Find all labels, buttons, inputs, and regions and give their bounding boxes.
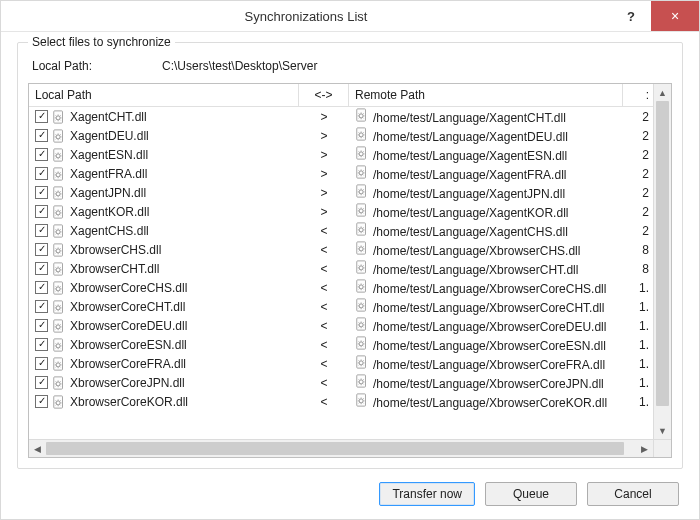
direction-indicator: < — [299, 319, 349, 333]
svg-rect-50 — [357, 337, 366, 349]
row-checkbox[interactable] — [35, 129, 48, 142]
column-headers: Local Path <-> Remote Path : — [29, 84, 653, 107]
row-checkbox[interactable] — [35, 224, 48, 237]
remote-path: /home/test/Language/XagentESN.dll — [373, 149, 567, 163]
cell-local: XagentJPN.dll — [29, 186, 299, 200]
cell-extra: 2 — [623, 129, 653, 143]
help-button[interactable]: ? — [611, 1, 651, 31]
table-row[interactable]: XagentESN.dll>/home/test/Language/Xagent… — [29, 145, 653, 164]
scroll-left-icon[interactable]: ◀ — [29, 440, 46, 457]
row-checkbox[interactable] — [35, 395, 48, 408]
row-checkbox[interactable] — [35, 167, 48, 180]
table-row[interactable]: XbrowserCHS.dll</home/test/Language/Xbro… — [29, 240, 653, 259]
row-checkbox[interactable] — [35, 281, 48, 294]
vscroll-track[interactable] — [654, 101, 671, 422]
table-row[interactable]: XbrowserCoreDEU.dll</home/test/Language/… — [29, 316, 653, 335]
svg-rect-22 — [357, 204, 366, 216]
dll-file-icon — [52, 281, 66, 295]
vscroll-thumb[interactable] — [656, 101, 669, 406]
table-row[interactable]: XagentFRA.dll>/home/test/Language/Xagent… — [29, 164, 653, 183]
table-row[interactable]: XbrowserCHT.dll</home/test/Language/Xbro… — [29, 259, 653, 278]
remote-path: /home/test/Language/XbrowserCoreFRA.dll — [373, 358, 605, 372]
table-row[interactable]: XbrowserCoreKOR.dll</home/test/Language/… — [29, 392, 653, 411]
row-checkbox[interactable] — [35, 110, 48, 123]
vertical-scrollbar[interactable]: ▲ ▼ — [653, 84, 671, 439]
table-row[interactable]: XbrowserCoreFRA.dll</home/test/Language/… — [29, 354, 653, 373]
table-row[interactable]: XagentJPN.dll>/home/test/Language/Xagent… — [29, 183, 653, 202]
svg-rect-34 — [357, 261, 366, 273]
cancel-button[interactable]: Cancel — [587, 482, 679, 506]
dll-file-icon — [355, 374, 369, 388]
row-checkbox[interactable] — [35, 186, 48, 199]
remote-path: /home/test/Language/XbrowserCHT.dll — [373, 263, 578, 277]
hscroll-track[interactable] — [46, 440, 636, 457]
svg-rect-56 — [54, 376, 63, 388]
remote-path: /home/test/Language/XagentCHT.dll — [373, 111, 566, 125]
table-row[interactable]: XagentKOR.dll>/home/test/Language/Xagent… — [29, 202, 653, 221]
row-checkbox[interactable] — [35, 357, 48, 370]
table-row[interactable]: XbrowserCoreESN.dll</home/test/Language/… — [29, 335, 653, 354]
remote-path: /home/test/Language/XbrowserCoreJPN.dll — [373, 377, 604, 391]
svg-rect-52 — [54, 357, 63, 369]
dll-file-icon — [355, 298, 369, 312]
row-checkbox[interactable] — [35, 300, 48, 313]
cell-local: XbrowserCoreFRA.dll — [29, 357, 299, 371]
dll-file-icon — [355, 165, 369, 179]
scroll-right-icon[interactable]: ▶ — [636, 440, 653, 457]
direction-indicator: < — [299, 224, 349, 238]
svg-rect-0 — [54, 110, 63, 122]
table-row[interactable]: XbrowserCoreCHT.dll</home/test/Language/… — [29, 297, 653, 316]
direction-indicator: < — [299, 357, 349, 371]
row-checkbox[interactable] — [35, 338, 48, 351]
table-row[interactable]: XagentCHS.dll</home/test/Language/Xagent… — [29, 221, 653, 240]
dll-file-icon — [52, 319, 66, 333]
row-checkbox[interactable] — [35, 319, 48, 332]
hscroll-thumb[interactable] — [46, 442, 624, 455]
row-checkbox[interactable] — [35, 262, 48, 275]
cell-extra: 1. — [623, 395, 653, 409]
cell-local: XbrowserCHT.dll — [29, 262, 299, 276]
direction-indicator: < — [299, 281, 349, 295]
dll-file-icon — [52, 300, 66, 314]
dll-file-icon — [355, 279, 369, 293]
local-filename: XagentCHT.dll — [70, 110, 147, 124]
table-row[interactable]: XagentCHT.dll>/home/test/Language/Xagent… — [29, 107, 653, 126]
column-extra[interactable]: : — [623, 84, 653, 106]
column-direction[interactable]: <-> — [299, 84, 349, 106]
cell-local: XagentCHS.dll — [29, 224, 299, 238]
column-remote-path[interactable]: Remote Path — [349, 84, 623, 106]
groupbox-label: Select files to synchronize — [28, 35, 175, 49]
direction-indicator: < — [299, 338, 349, 352]
list-body: Local Path <-> Remote Path : XagentCHT.d… — [29, 84, 671, 439]
svg-rect-10 — [357, 147, 366, 159]
dll-file-icon — [355, 336, 369, 350]
close-button[interactable]: × — [651, 1, 699, 31]
dll-file-icon — [52, 376, 66, 390]
row-checkbox[interactable] — [35, 243, 48, 256]
horizontal-scrollbar[interactable]: ◀ ▶ — [29, 439, 671, 457]
scrollbar-corner — [653, 440, 671, 457]
svg-rect-32 — [54, 262, 63, 274]
table-row[interactable]: XbrowserCoreJPN.dll</home/test/Language/… — [29, 373, 653, 392]
dll-file-icon — [52, 395, 66, 409]
queue-button[interactable]: Queue — [485, 482, 577, 506]
svg-rect-42 — [357, 299, 366, 311]
table-row[interactable]: XbrowserCoreCHS.dll</home/test/Language/… — [29, 278, 653, 297]
column-local-path[interactable]: Local Path — [29, 84, 299, 106]
row-checkbox[interactable] — [35, 205, 48, 218]
svg-rect-40 — [54, 300, 63, 312]
transfer-now-button[interactable]: Transfer now — [379, 482, 475, 506]
titlebar: Synchronizations List ? × — [1, 1, 699, 32]
scroll-down-icon[interactable]: ▼ — [654, 422, 671, 439]
row-checkbox[interactable] — [35, 376, 48, 389]
cell-remote: /home/test/Language/XagentESN.dll — [349, 146, 623, 163]
local-path-value: C:\Users\test\Desktop\Server — [162, 59, 317, 73]
cell-extra: 1. — [623, 319, 653, 333]
remote-path: /home/test/Language/XbrowserCoreCHT.dll — [373, 301, 604, 315]
table-row[interactable]: XagentDEU.dll>/home/test/Language/Xagent… — [29, 126, 653, 145]
svg-rect-62 — [357, 394, 366, 406]
scroll-up-icon[interactable]: ▲ — [654, 84, 671, 101]
dialog-footer: Transfer now Queue Cancel — [1, 469, 699, 519]
direction-indicator: > — [299, 148, 349, 162]
row-checkbox[interactable] — [35, 148, 48, 161]
